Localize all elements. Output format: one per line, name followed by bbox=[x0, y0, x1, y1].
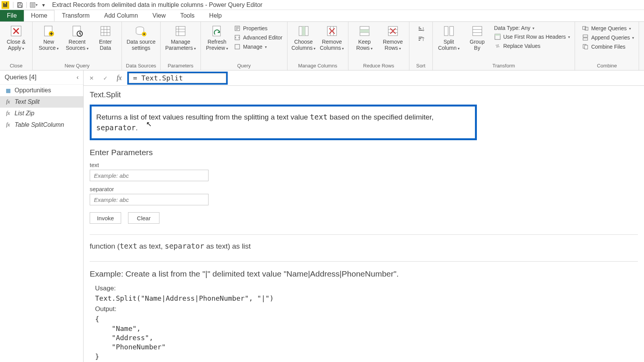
svg-rect-36 bbox=[585, 45, 588, 49]
formula-input[interactable] bbox=[129, 73, 226, 83]
invoke-button[interactable]: Invoke bbox=[90, 212, 121, 224]
recent-sources-button[interactable]: Recent Sources bbox=[63, 23, 91, 52]
formula-bar: ✕ ✓ fx bbox=[84, 70, 644, 86]
window-title: Extract Records from delimited data in m… bbox=[52, 2, 263, 8]
advanced-editor-button[interactable]: Advanced Editor bbox=[232, 33, 285, 42]
clear-button[interactable]: Clear bbox=[128, 212, 159, 224]
tab-transform[interactable]: Transform bbox=[54, 10, 97, 21]
group-transform: Split Column Group By Data Type: Any Use… bbox=[433, 22, 575, 70]
menu-bar: File Home Transform Add Column View Tool… bbox=[0, 10, 644, 21]
function-title: Text.Split bbox=[90, 90, 638, 99]
output-label: Output: bbox=[95, 305, 638, 313]
param-input-text[interactable] bbox=[90, 170, 209, 181]
tab-file[interactable]: File bbox=[0, 10, 24, 21]
close-apply-button[interactable]: Close & Apply bbox=[2, 23, 30, 52]
append-queries-button[interactable]: Append Queries bbox=[580, 33, 636, 42]
output-code: { "Name", "Address", "PhoneNumber" } bbox=[95, 314, 638, 361]
table-icon: ▦ bbox=[5, 87, 12, 93]
group-new-query: New Source Recent Sources Enter Data New… bbox=[33, 22, 122, 70]
remove-columns-button[interactable]: Remove Columns bbox=[318, 23, 346, 52]
query-label: Opportunities bbox=[15, 87, 51, 94]
group-label-ai bbox=[639, 68, 644, 70]
query-item-table-splitcolumn[interactable]: fx Table SplitColumn bbox=[0, 119, 83, 131]
group-label-data-sources: Data Sources bbox=[122, 62, 160, 70]
svg-rect-19 bbox=[235, 44, 240, 49]
function-signature: function (text as text, separator as tex… bbox=[90, 242, 638, 251]
properties-button[interactable]: Properties bbox=[232, 24, 285, 33]
tab-view[interactable]: View bbox=[145, 10, 173, 21]
sort-asc-button[interactable] bbox=[415, 25, 427, 34]
function-icon: fx bbox=[5, 99, 12, 105]
keep-rows-button[interactable]: Keep Rows bbox=[351, 23, 378, 52]
function-doc: Text.Split Returns a list of text values… bbox=[84, 86, 644, 362]
param-label-text: text bbox=[90, 162, 638, 168]
svg-point-14 bbox=[143, 33, 145, 35]
remove-rows-button[interactable]: Remove Rows bbox=[379, 23, 407, 52]
svg-rect-30 bbox=[495, 34, 500, 36]
group-reduce-rows: Keep Rows Remove Rows Reduce Rows bbox=[348, 22, 409, 70]
query-label: List Zip bbox=[15, 110, 34, 117]
group-query: Refresh Preview Properties Advanced Edit… bbox=[201, 22, 288, 70]
queries-header: Queries [4] ‹ bbox=[0, 70, 83, 85]
function-description: Returns a list of text values resulting … bbox=[90, 105, 477, 140]
tab-help[interactable]: Help bbox=[202, 10, 229, 21]
collapse-pane-icon[interactable]: ‹ bbox=[77, 74, 79, 81]
fx-icon[interactable]: fx bbox=[113, 72, 125, 84]
group-label-sort: Sort bbox=[409, 62, 432, 70]
merge-queries-button[interactable]: Merge Queries bbox=[580, 24, 636, 33]
cancel-formula-icon[interactable]: ✕ bbox=[86, 72, 97, 84]
group-combine: Merge Queries Append Queries Combine Fil… bbox=[575, 22, 639, 70]
group-label-manage-columns: Manage Columns bbox=[288, 62, 348, 70]
new-source-button[interactable]: New Source bbox=[35, 23, 62, 52]
undo-dropdown-icon[interactable] bbox=[29, 1, 38, 9]
param-input-separator[interactable] bbox=[90, 194, 209, 205]
group-label-query: Query bbox=[201, 62, 287, 70]
example-heading: Example: Create a list from the "|" deli… bbox=[90, 269, 638, 278]
group-close: Close & Apply Close bbox=[0, 22, 33, 70]
first-row-headers-button[interactable]: Use First Row as Headers bbox=[492, 33, 572, 41]
sort-desc-button[interactable] bbox=[415, 35, 427, 44]
svg-rect-34 bbox=[583, 38, 588, 40]
svg-rect-1 bbox=[5, 4, 6, 7]
svg-rect-26 bbox=[444, 26, 448, 36]
svg-rect-0 bbox=[3, 3, 5, 7]
tab-add-column[interactable]: Add Column bbox=[97, 10, 145, 21]
svg-rect-33 bbox=[583, 35, 588, 37]
group-manage-columns: Choose Columns Remove Columns Manage Col… bbox=[288, 22, 348, 70]
query-item-opportunities[interactable]: ▦ Opportunities bbox=[0, 85, 83, 96]
svg-rect-18 bbox=[235, 35, 240, 40]
svg-rect-31 bbox=[583, 26, 586, 29]
qat-customize-icon[interactable]: ▾ bbox=[39, 1, 48, 9]
svg-rect-21 bbox=[302, 26, 305, 36]
manage-query-button[interactable]: Manage bbox=[232, 43, 285, 51]
split-column-button[interactable]: Split Column bbox=[435, 23, 463, 52]
query-item-list-zip[interactable]: fx List Zip bbox=[0, 108, 83, 119]
data-source-settings-button[interactable]: Data source settings bbox=[124, 23, 158, 52]
usage-label: Usage: bbox=[95, 285, 638, 292]
save-icon[interactable] bbox=[16, 1, 24, 9]
param-label-separator: separator bbox=[90, 186, 638, 192]
replace-values-button[interactable]: Replace Values bbox=[492, 42, 572, 50]
app-icon bbox=[2, 1, 9, 9]
refresh-preview-button[interactable]: Refresh Preview bbox=[203, 23, 231, 52]
data-type-button[interactable]: Data Type: Any bbox=[492, 24, 572, 32]
commit-formula-icon[interactable]: ✓ bbox=[100, 72, 111, 84]
query-item-text-split[interactable]: fx Text Split bbox=[0, 96, 83, 108]
tab-home[interactable]: Home bbox=[24, 10, 55, 21]
title-bar: ▾ Extract Records from delimited data in… bbox=[0, 0, 644, 10]
group-by-button[interactable]: Group By bbox=[463, 23, 491, 52]
divider bbox=[90, 261, 638, 262]
svg-rect-28 bbox=[473, 26, 482, 36]
queries-pane: Queries [4] ‹ ▦ Opportunities fx Text Sp… bbox=[0, 70, 84, 362]
svg-rect-4 bbox=[18, 5, 21, 7]
svg-rect-15 bbox=[176, 26, 185, 36]
combine-files-button[interactable]: Combine Files bbox=[580, 43, 636, 51]
group-label-new-query: New Query bbox=[33, 62, 122, 70]
function-icon: fx bbox=[5, 122, 12, 128]
group-parameters: Manage Parameters Parameters bbox=[161, 22, 201, 70]
tab-tools[interactable]: Tools bbox=[173, 10, 202, 21]
enter-data-button[interactable]: Enter Data bbox=[92, 23, 119, 52]
manage-parameters-button[interactable]: Manage Parameters bbox=[163, 23, 198, 52]
svg-rect-27 bbox=[450, 26, 453, 36]
choose-columns-button[interactable]: Choose Columns bbox=[290, 23, 317, 52]
